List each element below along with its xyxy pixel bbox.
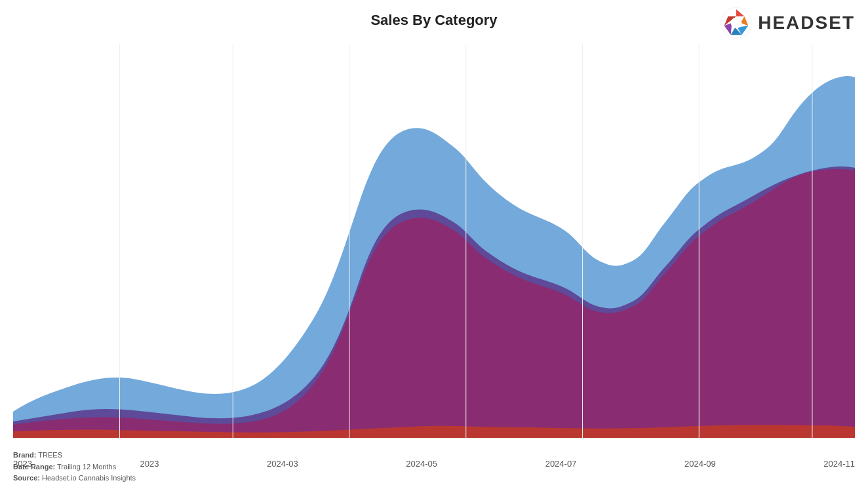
- date-range-label: Date Range:: [13, 463, 55, 471]
- logo-area: HEADSET: [720, 7, 855, 39]
- headset-logo-icon: [720, 7, 753, 39]
- x-label-2: 2023: [140, 459, 159, 469]
- x-axis-labels: 2023 2023 2024-03 2024-05 2024-07 2024-0…: [13, 459, 855, 469]
- brand-label: Brand:: [13, 451, 36, 459]
- x-label-7: 2024-11: [823, 459, 855, 469]
- svg-point-1: [731, 18, 742, 29]
- logo-text: HEADSET: [758, 12, 855, 33]
- x-label-3: 2024-03: [267, 459, 298, 469]
- x-label-6: 2024-09: [684, 459, 716, 469]
- chart-svg: [13, 45, 855, 451]
- date-range-value: Trailing 12 Months: [57, 463, 116, 471]
- source-label: Source:: [13, 474, 40, 482]
- x-label-5: 2024-07: [545, 459, 577, 469]
- x-label-4: 2024-05: [406, 459, 437, 469]
- source-value: Headset.io Cannabis Insights: [42, 474, 136, 482]
- footer-info: Brand: TREES Date Range: Trailing 12 Mon…: [13, 450, 136, 484]
- chart-container: HEADSET Sales By Category Concentrates F…: [0, 0, 868, 487]
- brand-value: TREES: [38, 451, 62, 459]
